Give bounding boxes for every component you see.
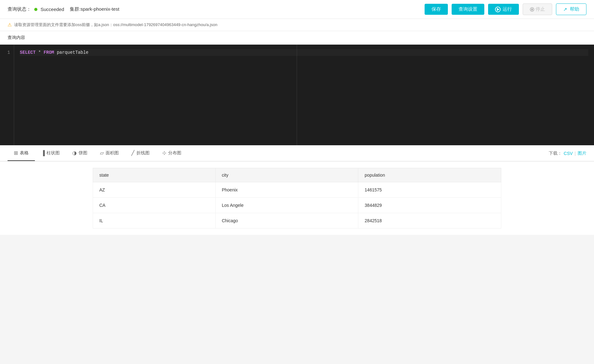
tab-table-label: 表格 <box>20 150 29 156</box>
code-star: * <box>38 50 44 55</box>
header-buttons: 保存 查询设置 运行 停止 ↗ 帮助 <box>425 3 586 15</box>
tab-pie-chart[interactable]: ◑ 饼图 <box>66 146 94 161</box>
stop-button[interactable]: 停止 <box>523 3 552 15</box>
status-label: 查询状态： <box>8 6 31 12</box>
warning-bar: ⚠ 读取资源管理里面的文件需要添加oss前缀，如a.json：oss://mul… <box>0 19 594 31</box>
tab-scatter-chart[interactable]: ⊹ 分布图 <box>156 146 188 161</box>
code-line-1: SELECT * FROM parquetTable <box>20 49 588 56</box>
play-triangle-icon <box>497 8 499 11</box>
tabs-section: ⊞ 表格 ▐ 柱状图 ◑ 饼图 ⏥ 面积图 ╱ 折线图 ⊹ 分布图 下载： CS… <box>0 146 594 162</box>
bar-chart-icon: ▐ <box>41 150 45 156</box>
save-button[interactable]: 保存 <box>425 4 448 15</box>
download-section: 下载： CSV | 图片 <box>549 151 586 156</box>
tab-bar-chart[interactable]: ▐ 柱状图 <box>35 146 66 161</box>
tab-pie-label: 饼图 <box>79 150 87 156</box>
tab-area-chart[interactable]: ⏥ 面积图 <box>94 146 125 161</box>
download-label: 下载： <box>549 151 562 156</box>
cluster-text: 集群:spark-phoenix-test <box>70 6 119 12</box>
run-button[interactable]: 运行 <box>488 4 519 15</box>
table-name: parquetTable <box>57 50 89 55</box>
keyword-select: SELECT <box>20 50 36 55</box>
editor-content[interactable]: SELECT * FROM parquetTable <box>14 45 594 145</box>
cell-population-1: 3844829 <box>358 198 501 213</box>
warning-icon: ⚠ <box>8 22 12 28</box>
line-number-1: 1 <box>8 50 10 55</box>
help-button[interactable]: ↗ 帮助 <box>556 3 586 15</box>
keyword-from: FROM <box>44 50 54 55</box>
scatter-chart-icon: ⊹ <box>162 150 166 156</box>
tab-bar-label: 柱状图 <box>47 150 60 156</box>
column-population: population <box>358 168 501 182</box>
query-title: 查询内容 <box>0 31 594 45</box>
table-row: AZ Phoenix 1461575 <box>93 182 501 198</box>
download-csv-link[interactable]: CSV <box>564 151 573 156</box>
column-state: state <box>93 168 216 182</box>
download-image-link[interactable]: 图片 <box>578 151 586 156</box>
stop-label: 停止 <box>536 6 545 12</box>
status-section: 查询状态： Succeeded 集群:spark-phoenix-test <box>8 6 425 12</box>
table-header: state city population <box>93 168 501 182</box>
run-icon <box>495 7 501 12</box>
column-city: city <box>215 168 358 182</box>
cell-city-0: Phoenix <box>215 182 358 198</box>
download-separator: | <box>575 151 576 156</box>
cell-population-2: 2842518 <box>358 213 501 229</box>
tabs-header: ⊞ 表格 ▐ 柱状图 ◑ 饼图 ⏥ 面积图 ╱ 折线图 ⊹ 分布图 下载： CS… <box>0 146 594 161</box>
warning-text: 读取资源管理里面的文件需要添加oss前缀，如a.json：oss://multi… <box>14 22 217 28</box>
cell-population-0: 1461575 <box>358 182 501 198</box>
cell-city-2: Chicago <box>215 213 358 229</box>
status-dot-icon <box>34 8 37 11</box>
cell-city-1: Los Angele <box>215 198 358 213</box>
query-settings-button[interactable]: 查询设置 <box>452 4 484 15</box>
run-label: 运行 <box>503 6 512 12</box>
tab-line-chart[interactable]: ╱ 折线图 <box>125 146 156 161</box>
cell-state-0: AZ <box>93 182 216 198</box>
table-container: state city population AZ Phoenix 1461575… <box>0 162 594 235</box>
tab-line-label: 折线图 <box>136 150 150 156</box>
help-label: 帮助 <box>570 6 579 12</box>
table-row: IL Chicago 2842518 <box>93 213 501 229</box>
cell-state-1: CA <box>93 198 216 213</box>
query-section: 查询内容 1 SELECT * FROM parquetTable <box>0 31 594 146</box>
tab-scatter-label: 分布图 <box>168 150 181 156</box>
line-chart-icon: ╱ <box>131 150 135 156</box>
line-numbers: 1 <box>0 45 14 145</box>
tab-area-label: 面积图 <box>106 150 119 156</box>
cell-state-2: IL <box>93 213 216 229</box>
help-icon: ↗ <box>563 7 567 12</box>
header-row: state city population <box>93 168 501 182</box>
header-bar: 查询状态： Succeeded 集群:spark-phoenix-test 保存… <box>0 0 594 19</box>
editor-divider <box>297 45 297 145</box>
table-tab-icon: ⊞ <box>14 150 18 156</box>
stop-icon <box>530 7 534 12</box>
area-chart-icon: ⏥ <box>100 150 104 156</box>
table-body: AZ Phoenix 1461575 CA Los Angele 3844829… <box>93 182 501 229</box>
data-table: state city population AZ Phoenix 1461575… <box>93 168 501 229</box>
editor-area[interactable]: 1 SELECT * FROM parquetTable <box>0 45 594 145</box>
pie-chart-icon: ◑ <box>72 150 77 156</box>
tab-table[interactable]: ⊞ 表格 <box>8 146 35 161</box>
status-text: Succeeded <box>41 7 64 12</box>
table-row: CA Los Angele 3844829 <box>93 198 501 213</box>
